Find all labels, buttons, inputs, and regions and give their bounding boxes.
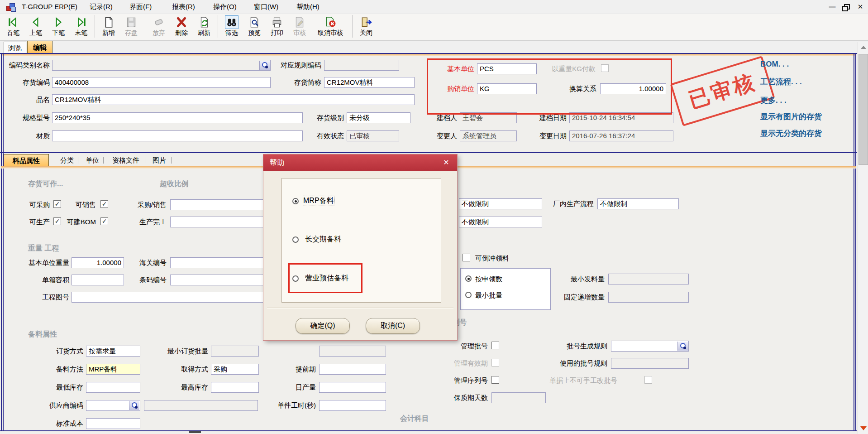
link-more[interactable]: 更多. . . xyxy=(760,95,787,106)
option-longlead-radio[interactable] xyxy=(292,236,299,243)
over-ratio-header: 超收比例 xyxy=(160,179,189,189)
backflush-checkbox[interactable] xyxy=(463,254,470,261)
std-cost-field[interactable] xyxy=(86,418,140,429)
unit-time-field[interactable] xyxy=(319,400,386,411)
issue-min-batch-radio[interactable] xyxy=(465,292,472,298)
link-show-unclassified[interactable]: 显示无分类的存货 xyxy=(760,128,822,139)
filter-button[interactable]: 筛选 xyxy=(220,14,243,37)
menu-operate[interactable]: 操作(O) xyxy=(213,2,237,11)
spec-field[interactable]: 250*240*35 xyxy=(52,112,303,123)
acquire-field[interactable]: 采购 xyxy=(211,364,259,375)
subtab-classification[interactable]: 分类 xyxy=(57,154,77,166)
menu-report[interactable]: 报表(R) xyxy=(172,2,195,11)
item-code-field[interactable]: 400400008 xyxy=(52,77,271,88)
subtab-qualification[interactable]: 资格文件 xyxy=(108,154,144,166)
barcode-field[interactable] xyxy=(170,275,263,285)
manage-serial-checkbox[interactable] xyxy=(491,376,499,384)
tab-browse[interactable]: 浏览 xyxy=(4,42,26,53)
first-record-button[interactable]: 首笔 xyxy=(2,14,24,37)
sellable-checkbox[interactable]: ✓ xyxy=(100,200,108,208)
scrollbar-thumb[interactable] xyxy=(858,54,868,165)
issue-by-apply-radio[interactable] xyxy=(465,275,472,282)
save-icon xyxy=(124,15,138,29)
restore-button[interactable] xyxy=(840,3,852,13)
close-form-button[interactable]: 关闭 xyxy=(355,14,377,37)
min-issue-label: 最小发料量 xyxy=(564,275,605,284)
dialog-close-icon[interactable]: ✕ xyxy=(441,158,452,168)
lead-time-field[interactable] xyxy=(319,364,386,375)
manage-batch-checkbox[interactable] xyxy=(491,342,499,349)
menu-window[interactable]: 窗口(W) xyxy=(254,2,278,11)
delete-button[interactable]: 删除 xyxy=(170,14,193,37)
tab-edit[interactable]: 编辑 xyxy=(27,41,52,53)
producible-checkbox[interactable]: ✓ xyxy=(53,217,61,225)
over-prod-field[interactable] xyxy=(170,217,267,227)
bom-checkbox[interactable]: ✓ xyxy=(100,217,108,225)
link-bom[interactable]: BOM. . . xyxy=(760,60,789,69)
option-mrp-radio[interactable] xyxy=(292,198,299,204)
prep-method-field[interactable]: MRP备料 xyxy=(86,364,140,375)
toolbar-separator xyxy=(145,15,145,38)
product-name-field[interactable]: CR12MOV精料 xyxy=(52,94,415,105)
item-abbr-label: 存货简称 xyxy=(272,78,321,87)
lookup-icon[interactable] xyxy=(129,401,139,410)
preview-button[interactable]: 预览 xyxy=(243,14,266,37)
daily-output-field[interactable] xyxy=(319,382,386,393)
new-button[interactable]: 新增 xyxy=(97,14,120,37)
level-field[interactable]: 未分级 xyxy=(347,112,410,123)
trade-unit-field[interactable]: KG xyxy=(477,83,537,94)
base-weight-field[interactable]: 1.00000 xyxy=(72,257,124,268)
prep-method-label: 备料方法 xyxy=(56,365,83,374)
menu-help[interactable]: 帮助(H) xyxy=(296,2,320,11)
item-abbr-field[interactable]: CR12MOV精料 xyxy=(324,77,415,88)
close-window-button[interactable]: ✕ xyxy=(854,2,866,12)
coding-category-field[interactable] xyxy=(52,60,271,71)
link-show-with-images[interactable]: 显示有图片的存货 xyxy=(760,111,822,122)
dialog-title-bar[interactable]: 帮助 ✕ xyxy=(263,154,457,171)
material-field[interactable] xyxy=(52,130,303,141)
limit-field-2[interactable]: 不做限制 xyxy=(459,217,542,227)
limit-field-1[interactable]: 不做限制 xyxy=(459,198,542,209)
gen-rule-field[interactable] xyxy=(611,341,689,352)
lookup-icon[interactable] xyxy=(677,342,688,351)
subtab-units[interactable]: 单位 xyxy=(82,154,102,166)
prev-record-button[interactable]: 上笔 xyxy=(24,14,47,37)
max-stock-field[interactable] xyxy=(211,382,259,393)
menu-record[interactable]: 记录(R) xyxy=(90,2,113,11)
scroll-down-icon[interactable] xyxy=(858,424,868,433)
scroll-up-icon[interactable] xyxy=(858,42,868,53)
option-longlead-label[interactable]: 长交期备料 xyxy=(305,235,341,244)
cancel-audit-button[interactable]: 取消审核 xyxy=(311,14,350,37)
subtab-item-attributes[interactable]: 料品属性 xyxy=(4,154,49,166)
min-stock-field[interactable] xyxy=(86,382,140,393)
customs-field[interactable] xyxy=(170,257,263,268)
print-button[interactable]: 打印 xyxy=(266,14,288,37)
app-icon xyxy=(6,3,16,11)
menu-tgroup-erp[interactable]: T-GROUP ERP(E) xyxy=(22,2,77,11)
option-mrp-label[interactable]: MRP备料 xyxy=(303,196,334,206)
subtab-images[interactable]: 图片 xyxy=(149,154,169,166)
audit-icon xyxy=(293,15,306,29)
box-volume-field[interactable] xyxy=(72,275,124,285)
purchasable-checkbox[interactable]: ✓ xyxy=(53,200,61,208)
supplier-field[interactable] xyxy=(86,400,140,411)
link-process-flow[interactable]: 工艺流程. . . xyxy=(760,77,802,87)
barcode-label: 条码编号 xyxy=(139,275,167,285)
refresh-button[interactable]: 刷新 xyxy=(193,14,215,37)
over-ps-field[interactable] xyxy=(170,199,267,210)
last-record-button[interactable]: 末笔 xyxy=(70,14,92,37)
factory-flow-field[interactable]: 不做限制 xyxy=(597,198,679,209)
dialog-cancel-button[interactable]: 取消(C) xyxy=(366,318,420,334)
menu-interface[interactable]: 界面(F) xyxy=(129,2,152,11)
min-order-label: 最小订货批量 xyxy=(167,347,208,356)
lookup-icon[interactable] xyxy=(259,61,270,70)
next-record-button[interactable]: 下笔 xyxy=(47,14,70,37)
minimize-button[interactable]: — xyxy=(826,2,838,12)
last-record-icon xyxy=(74,15,88,29)
base-unit-field[interactable]: PCS xyxy=(477,63,537,74)
vertical-scrollbar[interactable] xyxy=(858,42,868,434)
account-header: 会计科目 xyxy=(400,414,429,424)
order-mode-field[interactable]: 按需求量 xyxy=(86,346,140,357)
dialog-ok-button[interactable]: 确定(Q) xyxy=(296,318,350,334)
conversion-field[interactable]: 1.00000 xyxy=(600,83,666,94)
